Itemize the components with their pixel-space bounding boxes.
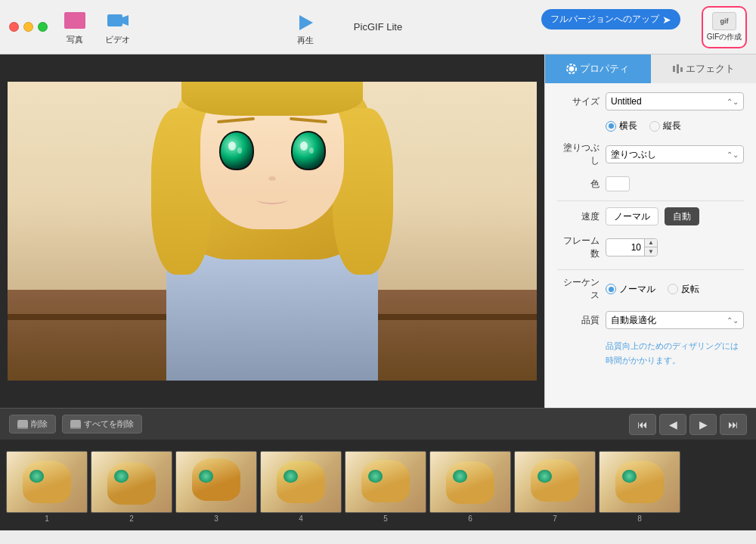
play-icon xyxy=(295,12,316,33)
quality-select[interactable]: 自動最適化 ⌃⌄ xyxy=(606,311,744,329)
color-label: 色 xyxy=(557,178,600,191)
play-button[interactable]: 再生 xyxy=(295,12,316,46)
radio-sequence-reverse[interactable]: 反転 xyxy=(668,283,699,296)
video-preview xyxy=(8,82,537,381)
first-frame-button[interactable]: ⏮ xyxy=(629,414,656,435)
gif-create-button[interactable]: gif GIFの作成 xyxy=(702,6,747,48)
film-num-8: 8 xyxy=(637,514,642,523)
size-row: サイズ Untitled ⌃⌄ xyxy=(557,92,744,110)
film-num-2: 2 xyxy=(129,514,134,523)
last-frame-button[interactable]: ⏭ xyxy=(720,414,747,435)
fill-select-arrow-icon: ⌃⌄ xyxy=(727,151,739,159)
maximize-button[interactable] xyxy=(38,22,48,32)
photo-label: 写真 xyxy=(67,34,83,45)
eye-left xyxy=(219,131,254,170)
size-select[interactable]: Untitled ⌃⌄ xyxy=(606,92,744,110)
size-select-arrow-icon: ⌃⌄ xyxy=(727,98,739,106)
video-label: ビデオ xyxy=(105,34,130,45)
film-item-3[interactable]: 3 xyxy=(175,451,257,523)
nav-controls: ⏮ ◀ ▶ ⏭ xyxy=(629,414,747,435)
frames-row: フレーム数 ▲ ▼ xyxy=(557,235,744,260)
svg-rect-10 xyxy=(70,421,81,427)
orientation-row: 横長 縦長 xyxy=(557,120,744,132)
radio-seq-reverse-circle xyxy=(668,284,678,294)
sequence-row: シーケンス ノーマル 反転 xyxy=(557,276,744,302)
film-item-5[interactable]: 5 xyxy=(345,451,426,523)
svg-rect-5 xyxy=(673,66,675,72)
fill-select[interactable]: 塗りつぶし ⌃⌄ xyxy=(606,145,744,163)
film-item-1[interactable]: 1 xyxy=(6,451,88,523)
radio-vertical-circle xyxy=(649,121,660,132)
frames-input[interactable] xyxy=(606,241,644,254)
tab-properties[interactable]: プロパティ xyxy=(545,54,651,83)
film-thumb-3 xyxy=(175,451,257,513)
svg-marker-1 xyxy=(122,15,129,26)
svg-rect-7 xyxy=(680,67,683,72)
frames-stepper: ▲ ▼ xyxy=(644,239,657,256)
svg-rect-8 xyxy=(17,421,28,427)
radio-vertical[interactable]: 縦長 xyxy=(649,120,681,132)
film-num-1: 1 xyxy=(45,514,49,523)
radio-sequence-normal[interactable]: ノーマル xyxy=(606,283,655,296)
head-area xyxy=(189,82,355,244)
app-title: PicGIF Lite xyxy=(354,21,402,33)
panel-tabs: プロパティ エフェクト xyxy=(545,54,756,83)
quality-note: 品質向上のためのディザリングには時間がかかります。 xyxy=(557,338,744,366)
frames-input-box: ▲ ▼ xyxy=(606,238,658,256)
film-item-2[interactable]: 2 xyxy=(91,451,172,523)
quality-row: 品質 自動最適化 ⌃⌄ xyxy=(557,311,744,329)
film-thumb-7 xyxy=(514,451,596,513)
effects-icon xyxy=(672,64,683,74)
sequence-label: シーケンス xyxy=(557,276,600,302)
film-num-3: 3 xyxy=(214,514,218,523)
film-thumb-6 xyxy=(429,451,511,513)
gif-icon: gif xyxy=(712,12,736,30)
fill-row: 塗りつぶし 塗りつぶし ⌃⌄ xyxy=(557,141,744,167)
delete-button[interactable]: 削除 xyxy=(9,415,56,434)
titlebar: 写真 ビデオ PicGIF Lite 再生 フルバージョンへのアップ ➤ gif… xyxy=(0,0,756,54)
film-thumb-2 xyxy=(91,451,172,513)
eye-right xyxy=(291,131,326,170)
photo-button[interactable]: 写真 xyxy=(63,8,87,45)
radio-seq-normal-circle xyxy=(606,284,616,294)
delete-icon xyxy=(17,420,28,429)
svg-rect-9 xyxy=(18,420,27,422)
video-icon xyxy=(107,12,129,29)
minimize-button[interactable] xyxy=(23,22,33,32)
next-frame-button[interactable]: ▶ xyxy=(689,414,717,435)
prev-frame-button[interactable]: ◀ xyxy=(659,414,686,435)
close-button[interactable] xyxy=(9,22,19,32)
filmstrip: 1 2 3 4 5 6 7 8 xyxy=(0,440,756,530)
color-swatch[interactable] xyxy=(606,176,630,191)
quality-select-arrow-icon: ⌃⌄ xyxy=(727,316,739,325)
speed-normal-button[interactable]: ノーマル xyxy=(606,207,658,225)
video-button[interactable]: ビデオ xyxy=(105,8,130,45)
film-item-4[interactable]: 4 xyxy=(260,451,342,523)
frames-increment[interactable]: ▲ xyxy=(645,239,657,247)
speed-auto-button[interactable]: 自動 xyxy=(665,207,699,225)
frames-decrement[interactable]: ▼ xyxy=(645,247,657,256)
speed-row: 速度 ノーマル 自動 xyxy=(557,207,744,225)
film-num-6: 6 xyxy=(468,514,472,523)
upgrade-button[interactable]: フルバージョンへのアップ ➤ xyxy=(541,9,680,30)
film-item-7[interactable]: 7 xyxy=(514,451,596,523)
film-item-8[interactable]: 8 xyxy=(599,451,680,523)
tab-effects[interactable]: エフェクト xyxy=(651,54,757,83)
radio-horizontal[interactable]: 横長 xyxy=(606,120,637,132)
upgrade-label: フルバージョンへのアップ xyxy=(550,13,659,26)
preview-area xyxy=(0,54,544,408)
upgrade-arrow-icon: ➤ xyxy=(662,14,671,26)
radio-horizontal-circle xyxy=(606,121,616,132)
delete-all-button[interactable]: すべてを削除 xyxy=(62,415,142,434)
film-item-6[interactable]: 6 xyxy=(429,451,511,523)
film-thumb-8 xyxy=(599,451,680,513)
gif-create-label: GIFの作成 xyxy=(707,32,742,42)
photo-icon xyxy=(64,12,85,29)
color-row: 色 xyxy=(557,176,744,191)
quality-label: 品質 xyxy=(557,314,600,327)
panel-content: サイズ Untitled ⌃⌄ 横長 縦 xyxy=(545,83,756,408)
film-num-5: 5 xyxy=(383,514,388,523)
character-body xyxy=(121,154,423,381)
svg-rect-6 xyxy=(677,64,679,73)
film-thumb-1 xyxy=(6,451,88,513)
